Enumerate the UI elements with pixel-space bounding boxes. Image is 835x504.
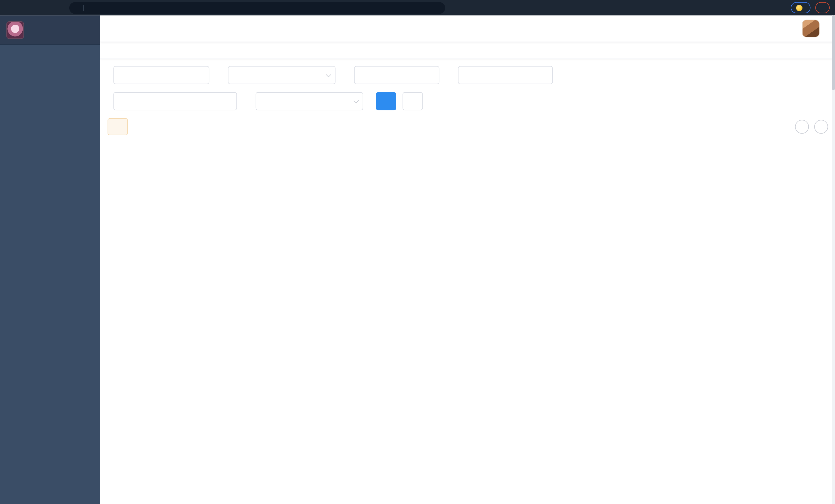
sidebar [0, 15, 100, 504]
user-id-input[interactable] [114, 66, 209, 84]
app-logo-row[interactable] [0, 15, 100, 44]
browser-reload-icon[interactable] [37, 2, 48, 13]
export-button[interactable] [107, 118, 128, 135]
tab-paused-pill[interactable] [791, 2, 811, 13]
chevron-down-icon [326, 72, 331, 77]
user-avatar[interactable] [802, 20, 819, 37]
address-divider [83, 5, 84, 11]
address-bar[interactable] [69, 2, 445, 14]
scrollbar-thumb[interactable] [832, 15, 835, 90]
browser-forward-icon[interactable] [21, 2, 32, 13]
request-url-input[interactable] [458, 66, 553, 84]
filter-row-1 [107, 66, 828, 84]
table-toolbar [107, 118, 828, 135]
browser-chrome [0, 0, 835, 15]
filter-app-name [348, 66, 440, 84]
emoji-face-icon [796, 5, 803, 11]
screen [0, 0, 835, 504]
reset-button[interactable] [403, 92, 423, 110]
filter-user-id [107, 66, 209, 84]
browser-home-icon[interactable] [53, 2, 64, 13]
filter-status [250, 92, 363, 110]
chevron-down-icon [353, 98, 359, 103]
table-toolbar-right [795, 120, 828, 134]
navbar-actions [759, 20, 828, 37]
main-area [100, 15, 835, 504]
sidebar-menu-bottom [0, 44, 100, 504]
browser-toolbar-right [771, 2, 830, 13]
filter-user-type [222, 66, 335, 84]
window-scrollbar[interactable] [832, 15, 835, 504]
search-button[interactable] [376, 92, 396, 110]
filter-row-2 [107, 92, 828, 110]
browser-update-button[interactable] [815, 2, 830, 13]
refresh-table-button[interactable] [814, 120, 828, 134]
status-select[interactable] [256, 92, 363, 110]
filter-request-url [452, 66, 553, 84]
page-content [100, 59, 835, 504]
filter-time-range [107, 92, 237, 110]
navbar [100, 15, 835, 42]
app-name-input[interactable] [354, 66, 440, 84]
bookmark-star-icon[interactable] [771, 2, 781, 13]
date-range-picker[interactable] [114, 92, 237, 110]
app-logo-image [6, 21, 24, 39]
user-type-select[interactable] [228, 66, 335, 84]
tags-view-bar [100, 42, 835, 59]
toggle-search-button[interactable] [795, 120, 809, 134]
browser-back-icon[interactable] [5, 2, 16, 13]
